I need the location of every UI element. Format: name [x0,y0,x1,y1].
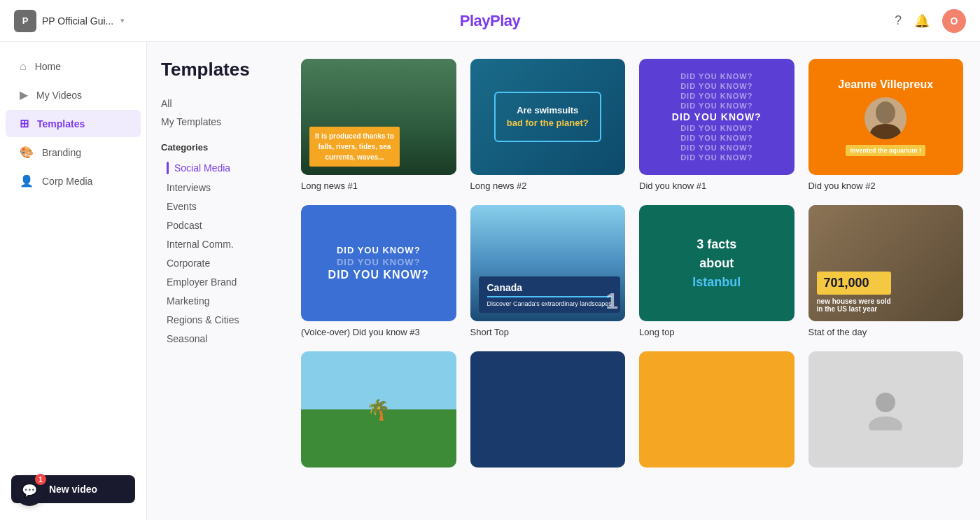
chat-badge: 1 [35,474,46,485]
template-thumbnail-long-news-1: It is produced thanks tofalls, rivers, t… [301,59,456,175]
template-label-long-top: Long top [639,327,794,337]
template-card-did-you-know-1[interactable]: DID YOU KNOW? DID YOU KNOW? DID YOU KNOW… [639,59,794,191]
sidebar-item-corp-media[interactable]: 👤 Corp Media [6,167,141,195]
sidebar-label-templates: Templates [37,118,85,129]
template-label-did-you-know-1: Did you know #1 [639,181,794,191]
templates-grid: It is produced thanks tofalls, rivers, t… [301,59,963,473]
category-interviews[interactable]: Interviews [161,178,287,197]
template-thumbnail-bottom-2 [470,351,626,468]
sidebar-item-templates[interactable]: ⊞ Templates [6,110,141,137]
user-avatar[interactable]: O [942,9,966,33]
notifications-icon[interactable]: 🔔 [914,13,930,29]
active-indicator [167,162,169,174]
help-icon[interactable]: ? [895,13,902,28]
short-top-number: 1 [606,288,618,314]
header: P PP Official Gui... ▾ PlayPlay ? 🔔 O [0,0,980,42]
template-card-bottom-4[interactable] [808,351,964,473]
category-social-media[interactable]: Social Media [161,158,287,178]
templates-sidebar: Templates All My Templates Categories So… [147,42,301,520]
template-card-stat-of-day[interactable]: 701,000 new houses were soldin the US la… [808,205,964,337]
template-thumbnail-did-you-know-3: DID YOU KNOW? DID YOU KNOW? DID YOU KNOW… [301,205,456,321]
category-seasonal[interactable]: Seasonal [161,330,287,348]
sidebar-label-corp-media: Corp Media [42,176,92,187]
template-card-long-top[interactable]: 3 factsaboutIstanbul Long top [639,205,794,337]
template-card-bottom-3[interactable] [639,351,794,473]
sidebar-label-home: Home [35,61,61,72]
category-corporate[interactable]: Corporate [161,254,287,272]
templates-link-my-templates[interactable]: My Templates [161,113,287,131]
org-name: PP Official Gui... [42,15,113,27]
template-card-short-top[interactable]: Canada Discover Canada's extraordinary l… [470,205,626,337]
page-title: Templates [161,59,287,80]
template-thumbnail-short-top: Canada Discover Canada's extraordinary l… [470,205,626,321]
svg-point-2 [876,393,895,412]
template-label-did-you-know-2: Did you know #2 [808,181,964,191]
corp-media-icon: 👤 [20,174,34,188]
template-label-long-news-1: Long news #1 [301,181,456,191]
svg-point-1 [870,124,901,139]
templates-grid-area: It is produced thanks tofalls, rivers, t… [301,42,980,520]
sidebar-item-branding[interactable]: 🎨 Branding [6,139,141,166]
org-avatar: P [14,10,36,32]
template-label-short-top: Short Top [470,327,626,337]
chevron-down-icon: ▾ [120,16,125,25]
header-actions: ? 🔔 O [895,9,966,33]
svg-point-0 [876,101,895,124]
template-card-long-news-1[interactable]: It is produced thanks tofalls, rivers, t… [301,59,456,191]
chat-icon: 💬 [22,483,37,498]
template-card-did-you-know-3[interactable]: DID YOU KNOW? DID YOU KNOW? DID YOU KNOW… [301,205,456,337]
template-card-bottom-2[interactable] [470,351,626,473]
sidebar-nav: ⌂ Home ▶ My Videos ⊞ Templates 🎨 Brandin… [0,53,146,467]
categories-header: Categories [161,142,287,153]
templates-icon: ⊞ [20,117,29,130]
template-thumbnail-did-you-know-2: Jeanne Villepreux Invented the aquarium … [808,59,964,175]
template-label-stat-of-day: Stat of the day [808,327,964,337]
main: Templates All My Templates Categories So… [147,42,980,520]
home-icon: ⌂ [20,60,27,73]
template-thumbnail-bottom-1: 🌴 [301,351,456,468]
category-regions-cities[interactable]: Regions & Cities [161,311,287,329]
sidebar-item-my-videos[interactable]: ▶ My Videos [6,81,141,108]
template-thumbnail-bottom-3 [639,351,794,468]
template-thumbnail-long-news-2: Are swimsuitsbad for the planet? [470,59,626,175]
org-switcher[interactable]: P PP Official Gui... ▾ [14,10,125,32]
category-internal-comm[interactable]: Internal Comm. [161,235,287,253]
template-card-long-news-2[interactable]: Are swimsuitsbad for the planet? Long ne… [470,59,626,191]
template-label-did-you-know-3: (Voice-over) Did you know #3 [301,327,456,337]
beach-icon: 🌴 [366,398,391,421]
template-thumbnail-did-you-know-1: DID YOU KNOW? DID YOU KNOW? DID YOU KNOW… [639,59,794,175]
branding-icon: 🎨 [20,146,34,159]
org-initial: P [22,15,29,26]
template-thumbnail-long-top: 3 factsaboutIstanbul [639,205,794,321]
category-employer-brand[interactable]: Employer Brand [161,273,287,291]
template-card-bottom-1[interactable]: 🌴 [301,351,456,473]
person-icon [864,388,906,430]
body: ⌂ Home ▶ My Videos ⊞ Templates 🎨 Brandin… [0,42,980,520]
sidebar-label-branding: Branding [42,147,81,158]
play-icon: ▶ [20,88,28,101]
category-marketing[interactable]: Marketing [161,292,287,310]
app-logo: PlayPlay [460,12,521,30]
category-events[interactable]: Events [161,197,287,216]
sidebar: ⌂ Home ▶ My Videos ⊞ Templates 🎨 Brandin… [0,42,147,520]
template-thumbnail-stat-of-day: 701,000 new houses were soldin the US la… [808,205,964,321]
templates-link-all[interactable]: All [161,94,287,113]
template-card-did-you-know-2[interactable]: Jeanne Villepreux Invented the aquarium … [808,59,964,191]
sidebar-item-home[interactable]: ⌂ Home [6,53,141,80]
template-thumbnail-bottom-4 [808,351,964,468]
svg-point-3 [869,416,902,430]
sidebar-label-my-videos: My Videos [36,90,82,101]
chat-bubble[interactable]: 💬 1 [14,475,45,506]
template-label-long-news-2: Long news #2 [470,181,626,191]
category-podcast[interactable]: Podcast [161,216,287,234]
